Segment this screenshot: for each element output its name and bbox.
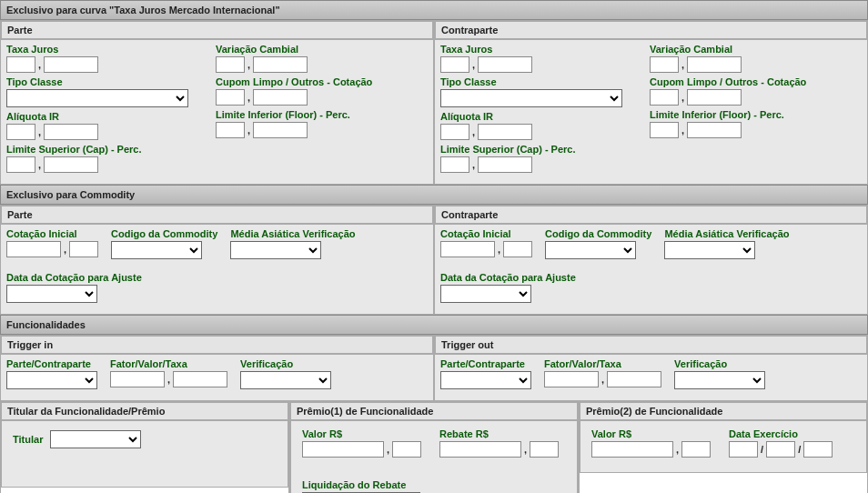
section-commodity-header: Exclusivo para Commodity <box>0 185 868 205</box>
premio2-valor-int[interactable] <box>591 441 673 458</box>
label-tipo-classe-c: Tipo Classe <box>440 76 622 87</box>
contraparte-cupom-dec[interactable] <box>687 89 742 106</box>
label-cap-c: Limite Superior (Cap) - Perc. <box>440 144 622 155</box>
parte-cod-commodity-select[interactable] <box>111 241 202 259</box>
premio1-rebate-int[interactable] <box>439 441 521 458</box>
parte-cap-int[interactable] <box>6 156 35 173</box>
label-ver-in: Verificação <box>240 358 331 369</box>
label-media-c: Média Asiática Verificação <box>664 228 789 239</box>
label-aliquota: Alíquota IR <box>6 111 188 122</box>
comma: , <box>387 444 389 455</box>
label-fvt-out: Fator/Valor/Taxa <box>544 358 661 369</box>
section-mercado-internacional-header: Exclusivo para curva "Taxa Juros Mercado… <box>0 0 868 20</box>
premio1-rebate-dec[interactable] <box>530 441 559 458</box>
trigout-fvt-int[interactable] <box>544 371 599 387</box>
trigin-fvt-int[interactable] <box>110 371 165 387</box>
parte-header: Parte <box>1 21 433 39</box>
trigger-out-header: Trigger out <box>435 336 867 354</box>
contraparte-tipo-classe-select[interactable] <box>440 89 622 107</box>
parte-media-select[interactable] <box>230 241 321 259</box>
parte-varcamb-dec[interactable] <box>253 56 308 73</box>
contraparte-aliquota-int[interactable] <box>440 124 469 140</box>
parte-cot-dec[interactable] <box>69 241 98 257</box>
comma: , <box>167 374 170 385</box>
parte-cap-dec[interactable] <box>44 156 98 173</box>
parte-cupom-int[interactable] <box>216 89 245 106</box>
contraparte-taxa-int[interactable] <box>440 56 469 73</box>
parte-floor-dec[interactable] <box>253 122 308 138</box>
slash: / <box>761 444 763 455</box>
trigger-in-header: Trigger in <box>1 336 433 354</box>
contraparte-cod-commodity-select[interactable] <box>545 241 636 259</box>
label-valor1: Valor R$ <box>302 428 421 439</box>
parte-floor-int[interactable] <box>216 122 245 138</box>
titular-header: Titular da Funcionalidade/Prêmio <box>1 402 288 420</box>
label-var-cambial: Variação Cambial <box>216 44 372 55</box>
trigin-pc-select[interactable] <box>6 371 97 389</box>
parte-taxa-dec[interactable] <box>44 56 98 73</box>
contraparte-media-select[interactable] <box>664 241 755 259</box>
contraparte-aliquota-dec[interactable] <box>478 124 532 140</box>
contraparte-header: Contraparte <box>435 21 867 39</box>
contraparte-floor-int[interactable] <box>650 122 679 138</box>
contraparte-varcamb-int[interactable] <box>650 56 679 73</box>
premio1-valor-dec[interactable] <box>392 441 421 458</box>
label-cot-inicial-c: Cotação Inicial <box>440 228 532 239</box>
parte-cupom-dec[interactable] <box>253 89 308 106</box>
comma: , <box>247 59 250 70</box>
premio2-valor-dec[interactable] <box>681 441 711 458</box>
comma: , <box>524 444 527 455</box>
premio2-header: Prêmio(2) de Funcionalidade <box>580 402 867 420</box>
contraparte-taxa-dec[interactable] <box>478 56 532 73</box>
titular-select[interactable] <box>50 430 141 448</box>
comma: , <box>601 374 604 385</box>
contraparte-floor-dec[interactable] <box>687 122 742 138</box>
premio2-data-y[interactable] <box>803 441 833 458</box>
comma: , <box>472 59 475 70</box>
label-valor2: Valor R$ <box>591 428 711 439</box>
trigin-ver-select[interactable] <box>240 371 331 389</box>
commodity-parte-header: Parte <box>1 206 433 224</box>
contraparte-data-cot-select[interactable] <box>440 285 531 303</box>
comma: , <box>247 92 250 103</box>
contraparte-cupom-int[interactable] <box>650 89 679 106</box>
contraparte-cot-dec[interactable] <box>503 241 532 257</box>
label-floor-c: Limite Inferior (Floor) - Perc. <box>650 109 806 120</box>
label-cap: Limite Superior (Cap) - Perc. <box>6 144 188 155</box>
comma: , <box>676 444 679 455</box>
premio1-valor-int[interactable] <box>302 441 384 458</box>
parte-aliquota-dec[interactable] <box>44 124 98 140</box>
parte-taxa-int[interactable] <box>6 56 35 73</box>
parte-cot-int[interactable] <box>6 241 61 257</box>
comma: , <box>38 159 41 170</box>
contraparte-cot-int[interactable] <box>440 241 495 257</box>
parte-data-cot-select[interactable] <box>6 285 97 303</box>
label-titular: Titular <box>13 434 43 445</box>
contraparte-varcamb-dec[interactable] <box>687 56 742 73</box>
label-aliquota-c: Alíquota IR <box>440 111 622 122</box>
label-media: Média Asiática Verificação <box>230 228 355 239</box>
premio2-data-m[interactable] <box>766 441 795 458</box>
label-cod-commodity-c: Codigo da Commodity <box>545 228 651 239</box>
comma: , <box>681 125 684 136</box>
label-var-cambial-c: Variação Cambial <box>650 44 806 55</box>
label-ver-out: Verificação <box>674 358 765 369</box>
comma: , <box>681 59 684 70</box>
label-floor: Limite Inferior (Floor) - Perc. <box>216 109 372 120</box>
trigout-fvt-dec[interactable] <box>607 371 661 387</box>
contraparte-cap-int[interactable] <box>440 156 469 173</box>
parte-aliquota-int[interactable] <box>6 124 35 140</box>
parte-tipo-classe-select[interactable] <box>6 89 188 107</box>
comma: , <box>472 126 475 137</box>
trigin-fvt-dec[interactable] <box>173 371 227 387</box>
label-liq: Liquidação do Rebate <box>302 479 420 490</box>
comma: , <box>681 92 684 103</box>
contraparte-cap-dec[interactable] <box>478 156 532 173</box>
label-rebate: Rebate R$ <box>439 428 559 439</box>
label-cot-inicial: Cotação Inicial <box>6 228 98 239</box>
label-data-ex: Data Exercício <box>729 428 833 439</box>
trigout-ver-select[interactable] <box>674 371 765 389</box>
trigout-pc-select[interactable] <box>440 371 531 389</box>
parte-varcamb-int[interactable] <box>216 56 245 73</box>
premio2-data-d[interactable] <box>729 441 758 458</box>
